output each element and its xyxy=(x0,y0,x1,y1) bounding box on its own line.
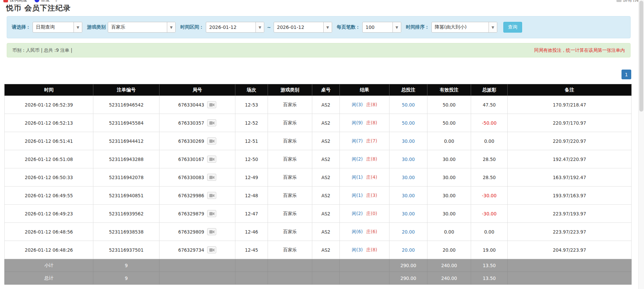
cell-game-type: 百家乐 xyxy=(268,96,312,114)
summary-notice: 同局有效投注，统一计算在该局第一张注单内 xyxy=(534,47,625,53)
cell-payout: -30.00 xyxy=(471,187,508,205)
all-bookmarks-button[interactable]: 所有书签 xyxy=(616,0,641,3)
cell-round: 676330269 xyxy=(159,132,235,150)
cell-bet-id: 523116945584 xyxy=(93,114,159,132)
cell-game-type: 百家乐 xyxy=(268,150,312,168)
table-row: 2026-01-12 06:52:39 523116946542 6763304… xyxy=(5,96,632,114)
total-bet-link[interactable]: 50.00 xyxy=(402,120,415,126)
round-replay-icon[interactable] xyxy=(207,246,216,253)
result-banker: 庄(3) xyxy=(366,193,377,198)
round-replay-icon[interactable] xyxy=(207,101,216,108)
round-replay-icon[interactable] xyxy=(207,137,216,144)
cell-session: 12-48 xyxy=(235,187,268,205)
chevron-down-icon[interactable]: ▼ xyxy=(323,22,332,32)
table-header-row: 时间 注单编号 局号 场次 游戏类别 桌号 结果 总投注 有效投注 总派彩 备注 xyxy=(5,84,632,96)
date-to-value: 2026-01-12 xyxy=(274,22,323,32)
round-id: 676330167 xyxy=(178,157,204,162)
filter-bar: 请选择： 日期查询 ▼ 游戏类别 百家乐 ▼ 时间区间： 2026-01-12 … xyxy=(7,16,631,38)
cell-round: 676329734 xyxy=(159,241,235,259)
round-replay-icon[interactable] xyxy=(207,210,216,217)
baidu-favicon-icon xyxy=(35,0,39,2)
cell-valid-bet: 50.00 xyxy=(427,96,471,114)
bookmark-baidu-label: 百度一下 xyxy=(41,0,58,3)
header-result: 结果 xyxy=(340,84,389,96)
total-bet-link[interactable]: 20.00 xyxy=(402,247,415,253)
cell-valid-bet: 50.00 xyxy=(427,114,471,132)
cell-time: 2026-01-12 06:49:23 xyxy=(5,205,93,223)
page-button-1[interactable]: 1 xyxy=(622,70,631,79)
bookmark-sogou[interactable]: 搜狗高速 xyxy=(3,0,27,3)
cell-table-no: AS2 xyxy=(312,150,340,168)
cell-result: 闲(2) 庄(0) xyxy=(340,205,389,223)
round-replay-icon[interactable] xyxy=(207,228,216,235)
cell-result: 闲(3) 庄(8) xyxy=(340,241,389,259)
chevron-down-icon[interactable]: ▼ xyxy=(256,22,264,32)
round-replay-icon[interactable] xyxy=(207,156,216,163)
chevron-down-icon[interactable]: ▼ xyxy=(489,22,497,32)
cell-note: 223.97/223.97 xyxy=(508,223,632,241)
round-replay-icon[interactable] xyxy=(207,174,216,181)
cell-time: 2026-01-12 06:51:08 xyxy=(5,150,93,168)
cell-game-type: 百家乐 xyxy=(268,114,312,132)
pagination: 1 xyxy=(0,70,631,79)
cell-round: 676330443 xyxy=(159,96,235,114)
cell-time: 2026-01-12 06:48:26 xyxy=(5,241,93,259)
total-bet-link[interactable]: 30.00 xyxy=(402,157,415,162)
game-type-select[interactable]: 百家乐 ▼ xyxy=(108,22,176,33)
cell-valid-bet: 0.00 xyxy=(427,132,471,150)
cell-table-no: AS2 xyxy=(312,96,340,114)
total-bet-link[interactable]: 30.00 xyxy=(402,211,415,216)
result-banker: 庄(8) xyxy=(366,120,377,125)
cell-total-bet: 20.00 xyxy=(389,241,427,259)
page-size-label: 每页笔数： xyxy=(337,24,360,30)
round-replay-icon[interactable] xyxy=(207,119,216,126)
total-bet-link[interactable]: 30.00 xyxy=(402,175,415,180)
cell-bet-id: 523116944412 xyxy=(93,132,159,150)
cell-table-no: AS2 xyxy=(312,205,340,223)
chevron-down-icon[interactable]: ▼ xyxy=(74,22,82,32)
total-bet-link[interactable]: 30.00 xyxy=(402,138,415,144)
page-size-select[interactable]: 100 ▼ xyxy=(362,22,401,33)
sort-value: 降冪(由大到小) xyxy=(432,22,489,32)
cell-time: 2026-01-12 06:51:41 xyxy=(5,132,93,150)
round-id: 676329809 xyxy=(178,229,204,235)
cell-game-type: 百家乐 xyxy=(268,168,312,187)
cell-bet-id: 523116943288 xyxy=(93,150,159,168)
header-bet-id: 注单编号 xyxy=(93,84,159,96)
header-note: 备注 xyxy=(508,84,632,96)
round-id: 676329986 xyxy=(178,193,204,198)
cell-payout: 47.50 xyxy=(471,96,508,114)
result-player: 闲(3) xyxy=(352,102,363,107)
chevron-down-icon[interactable]: ▼ xyxy=(393,22,401,32)
scrollbar[interactable] xyxy=(638,0,644,289)
date-from-select[interactable]: 2026-01-12 ▼ xyxy=(206,22,264,33)
cell-total-bet: 30.00 xyxy=(389,187,427,205)
sort-select[interactable]: 降冪(由大到小) ▼ xyxy=(431,22,497,33)
round-id: 676329734 xyxy=(178,247,204,253)
scrollbar-thumb[interactable] xyxy=(639,1,643,112)
query-type-select[interactable]: 日期查询 ▼ xyxy=(33,22,82,33)
total-count: 9 xyxy=(93,272,159,285)
cell-table-no: AS2 xyxy=(312,223,340,241)
subtotal-row: 小计 9 290.00 240.00 13.50 xyxy=(5,259,632,272)
bookmark-baidu[interactable]: 百度一下 xyxy=(35,0,58,3)
cell-payout: 0.00 xyxy=(471,223,508,241)
chevron-down-icon[interactable]: ▼ xyxy=(167,22,175,32)
cell-time: 2026-01-12 06:48:56 xyxy=(5,223,93,241)
cell-payout: -30.00 xyxy=(471,205,508,223)
total-bet-link[interactable]: 20.00 xyxy=(402,229,415,235)
search-button[interactable]: 查询 xyxy=(503,22,522,33)
time-range-label: 时间区间： xyxy=(180,24,204,30)
cell-game-type: 百家乐 xyxy=(268,187,312,205)
round-id: 676329879 xyxy=(178,211,204,216)
total-bet-link[interactable]: 50.00 xyxy=(402,102,415,108)
cell-payout: -50.00 xyxy=(471,114,508,132)
cell-game-type: 百家乐 xyxy=(268,205,312,223)
result-player: 闲(6) xyxy=(352,229,363,234)
cell-note: 193.97/163.97 xyxy=(508,187,632,205)
date-to-select[interactable]: 2026-01-12 ▼ xyxy=(274,22,332,33)
total-bet-link[interactable]: 30.00 xyxy=(402,193,415,198)
cell-table-no: AS2 xyxy=(312,114,340,132)
header-payout: 总派彩 xyxy=(471,84,508,96)
round-replay-icon[interactable] xyxy=(207,192,216,199)
